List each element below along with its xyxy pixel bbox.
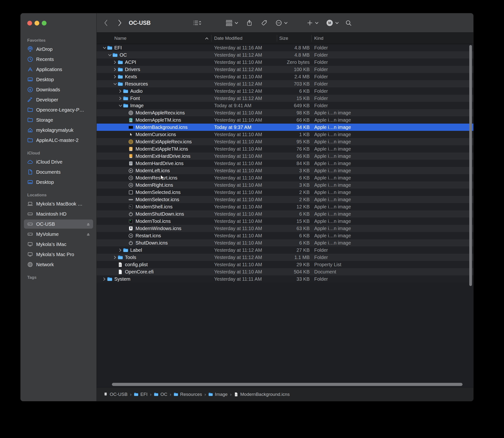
zoom-window-button[interactable]	[42, 21, 46, 25]
file-row[interactable]: ModernExtAppleRecv.icnsYesterday at 11:1…	[97, 138, 473, 145]
file-row[interactable]: ModernLeft.icnsYesterday at 11:10 AM3 KB…	[97, 167, 473, 174]
path-segment[interactable]: EFI	[134, 392, 148, 397]
sidebar-item-airdrop[interactable]: AirDrop	[21, 44, 96, 54]
file-row[interactable]: ModernRestart.icnsYesterday at 11:10 AM6…	[97, 174, 473, 181]
file-row[interactable]: FontYesterday at 11:12 AM15 KBFolder	[97, 95, 473, 102]
file-row[interactable]: ModernCursor.icnsYesterday at 11:10 AM1 …	[97, 131, 473, 138]
file-row[interactable]: ModernSelected.icnsYesterday at 11:10 AM…	[97, 189, 473, 196]
file-row[interactable]: ModernTool.icnsYesterday at 11:10 AM15 K…	[97, 218, 473, 225]
path-segment[interactable]: OC	[154, 392, 167, 397]
account-avatar: M	[326, 20, 333, 26]
circ-restart-file-icon	[128, 232, 133, 239]
file-row[interactable]: ModernHardDrive.icnsYesterday at 11:10 A…	[97, 160, 473, 167]
file-row[interactable]: SystemYesterday at 11:11 AM33 KBFolder	[97, 275, 473, 283]
disclosure-right-icon[interactable]	[113, 66, 116, 73]
sidebar-item-developer[interactable]: Developer	[21, 95, 96, 105]
search-button[interactable]	[345, 13, 352, 33]
file-row[interactable]: ModernBackground.icnsToday at 9:37 AM34 …	[97, 124, 473, 131]
file-row[interactable]: ModernWindows.icnsYesterday at 11:10 AM6…	[97, 225, 473, 232]
eject-icon[interactable]	[86, 232, 91, 236]
disclosure-right-icon[interactable]	[103, 275, 106, 283]
file-row[interactable]: LabelYesterday at 11:12 AM27 KBFolder	[97, 246, 473, 254]
disclosure-down-icon[interactable]	[103, 44, 106, 51]
sidebar: FavoritesAirDropRecentsApplicationsDeskt…	[21, 13, 96, 401]
vertical-scrollbar[interactable]	[469, 45, 472, 286]
file-row[interactable]: config.plistYesterday at 11:10 AM29 KBPr…	[97, 261, 473, 268]
tag-button[interactable]	[261, 13, 267, 33]
column-header-size[interactable]: Size	[279, 33, 288, 44]
disclosure-right-icon[interactable]	[119, 246, 122, 254]
sidebar-item-desktop[interactable]: Desktop	[21, 177, 96, 187]
disclosure-right-icon[interactable]	[119, 88, 122, 95]
file-date-modified: Yesterday at 11:10 AM	[214, 116, 276, 124]
sidebar-item-applealc-master-2[interactable]: AppleALC-master-2	[21, 135, 96, 145]
sidebar-item-myvolume[interactable]: MyVolume	[21, 229, 96, 239]
file-row[interactable]: ModernSelector.icnsYesterday at 11:10 AM…	[97, 196, 473, 203]
path-segment[interactable]: OC-USB	[103, 392, 127, 397]
disclosure-down-icon[interactable]	[113, 80, 117, 88]
minimize-window-button[interactable]	[34, 21, 39, 25]
path-segment[interactable]: Resources	[174, 392, 202, 397]
disclosure-right-icon[interactable]	[113, 59, 116, 66]
disclosure-right-icon[interactable]	[119, 95, 122, 102]
disclosure-right-icon[interactable]	[113, 73, 116, 80]
column-divider[interactable]	[211, 35, 211, 42]
file-row[interactable]: Restart.icnsYesterday at 11:10 AM6 KBApp…	[97, 232, 473, 239]
file-row[interactable]: AudioYesterday at 11:12 AM6 KBFolder	[97, 88, 473, 95]
sidebar-item-mykola-s-imac[interactable]: Mykola’s iMac	[21, 239, 96, 249]
horizontal-scrollbar[interactable]	[112, 383, 462, 386]
sidebar-item-mykola-s-mac-pro[interactable]: Mykola’s Mac Pro	[21, 249, 96, 260]
column-divider[interactable]	[311, 35, 311, 42]
file-row[interactable]: ToolsYesterday at 11:12 AM1.1 MBFolder	[97, 254, 473, 261]
sidebar-item-downloads[interactable]: Downloads	[21, 85, 96, 95]
sidebar-item-applications[interactable]: Applications	[21, 64, 96, 75]
disclosure-right-icon[interactable]	[113, 254, 116, 261]
column-header-name[interactable]: Name	[114, 33, 126, 44]
disclosure-down-icon[interactable]	[108, 51, 112, 59]
file-row[interactable]: KextsYesterday at 11:10 AM2.4 MBFolder	[97, 73, 473, 80]
sidebar-item-oc-usb[interactable]: OC-USB	[21, 219, 96, 229]
file-row[interactable]: ModernExtAppleTM.icnsYesterday at 11:10 …	[97, 145, 473, 153]
back-button[interactable]	[104, 13, 108, 33]
close-window-button[interactable]	[27, 21, 32, 25]
disclosure-down-icon[interactable]	[119, 102, 122, 109]
sidebar-item-mykolagrymalyuk[interactable]: mykolagrymalyuk	[21, 125, 96, 135]
new-item-button[interactable]	[307, 13, 319, 33]
file-row[interactable]: DriversYesterday at 11:12 AM100 KBFolder	[97, 66, 473, 73]
sidebar-item-documents[interactable]: Documents	[21, 167, 96, 177]
file-row[interactable]: ModernShell.icnsYesterday at 11:10 AM12 …	[97, 203, 473, 210]
file-row[interactable]: ACPIYesterday at 11:10 AMZero bytesFolde…	[97, 59, 473, 66]
eject-icon[interactable]	[86, 222, 91, 226]
path-segment[interactable]: Image	[208, 392, 228, 397]
file-row[interactable]: OCYesterday at 11:12 AM4.8 MBFolder	[97, 51, 473, 59]
view-options-button[interactable]	[193, 13, 201, 33]
sidebar-item-network[interactable]: Network	[21, 260, 96, 270]
file-row[interactable]: EFIYesterday at 11:16 AM4.8 MBFolder	[97, 44, 473, 51]
sidebar-item-recents[interactable]: Recents	[21, 54, 96, 64]
account-button[interactable]: M	[326, 13, 339, 33]
path-segment[interactable]: ModernBackground.icns	[234, 392, 290, 397]
file-row[interactable]: ModernShutDown.icnsYesterday at 11:10 AM…	[97, 210, 473, 218]
sidebar-item-macintosh-hd[interactable]: Macintosh HD	[21, 209, 96, 219]
sidebar-item-desktop[interactable]: Desktop	[21, 75, 96, 85]
file-row[interactable]: ImageToday at 9:41 AM649 KBFolder	[97, 102, 473, 109]
more-actions-button[interactable]	[276, 13, 288, 33]
file-row[interactable]: ShutDown.icnsYesterday at 11:10 AM6 KBAp…	[97, 239, 473, 246]
column-divider[interactable]	[277, 35, 277, 42]
file-row[interactable]: ResourcesYesterday at 11:12 AM703 KBFold…	[97, 80, 473, 88]
share-button[interactable]	[247, 13, 252, 33]
file-row[interactable]: ModernExtHardDrive.icnsYesterday at 11:1…	[97, 153, 473, 160]
file-row[interactable]: ModernRight.icnsYesterday at 11:10 AM3 K…	[97, 181, 473, 189]
sidebar-item-storage[interactable]: Storage	[21, 115, 96, 125]
file-row[interactable]: ModernAppleTM.icnsYesterday at 11:10 AM6…	[97, 116, 473, 124]
column-header-kind[interactable]: Kind	[314, 33, 323, 44]
file-kind: Apple i…n image	[314, 239, 391, 246]
column-header-date[interactable]: Date Modified	[214, 33, 242, 44]
sidebar-item-opencore-legacy-pat-[interactable]: Opencore-Legacy-Pat…	[21, 105, 96, 115]
file-row[interactable]: OpenCore.efiYesterday at 11:10 AM504 KBD…	[97, 268, 473, 275]
sidebar-item-icloud-drive[interactable]: iCloud Drive	[21, 157, 96, 167]
sidebar-item-mykola-s-macbook-pro[interactable]: Mykola’s MacBook Pro	[21, 199, 96, 209]
group-by-button[interactable]	[226, 13, 238, 33]
file-row[interactable]: ModernAppleRecv.icnsYesterday at 11:10 A…	[97, 109, 473, 116]
forward-button[interactable]	[118, 13, 122, 33]
